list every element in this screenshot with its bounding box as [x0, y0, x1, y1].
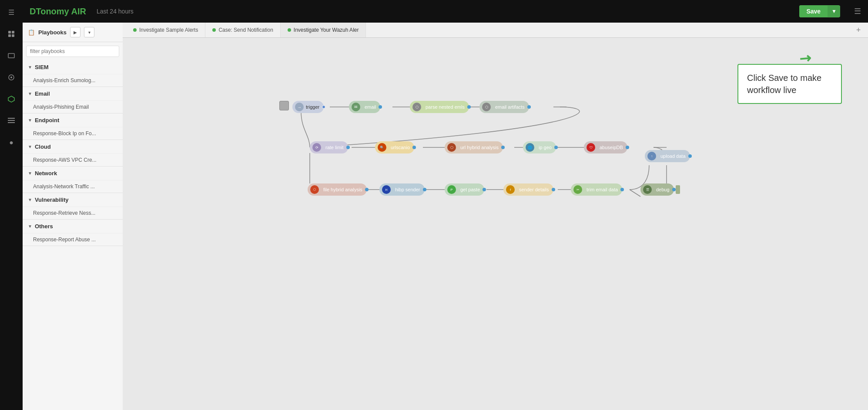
- chevron-icon: ▼: [28, 118, 32, 123]
- tab-investigate-sample[interactable]: Investigate Sample Alerts: [126, 23, 205, 37]
- category-header-network[interactable]: ▼ Network: [23, 167, 123, 180]
- hamburger-icon[interactable]: ☰: [4, 5, 18, 19]
- list-item[interactable]: Response-Block Ip on Fo...: [23, 127, 123, 140]
- svg-rect-2: [8, 34, 11, 37]
- node-trigger[interactable]: → trigger: [292, 101, 324, 113]
- tab-label: Investigate Sample Alerts: [139, 27, 198, 33]
- list-item[interactable]: Response-AWS VPC Cre...: [23, 153, 123, 166]
- category-header-email[interactable]: ▼ Email: [23, 87, 123, 100]
- svg-rect-10: [8, 122, 15, 123]
- save-dropdown-button[interactable]: ▼: [828, 6, 840, 17]
- svg-rect-4: [8, 53, 14, 58]
- node-parse-nested[interactable]: ⬡ parse nested emls: [410, 101, 469, 113]
- node-label: trim email data: [586, 187, 618, 192]
- node-upload-data[interactable]: ↑ upload data: [645, 150, 690, 162]
- node-ip-geo[interactable]: 🌐 ip geo: [523, 141, 556, 153]
- category-label-network: Network: [35, 170, 57, 177]
- node-port-right: [365, 188, 369, 191]
- tasks-icon[interactable]: [4, 114, 18, 128]
- category-header-others[interactable]: ▼ Others: [23, 220, 123, 233]
- category-header-siem[interactable]: ▼ SIEM: [23, 60, 123, 74]
- dashboard-icon[interactable]: [4, 27, 18, 41]
- node-port-right: [483, 188, 486, 191]
- node-label: rate limit: [325, 145, 344, 150]
- ipgeo-icon: 🌐: [526, 143, 534, 152]
- node-url-hybrid[interactable]: ⬡ url hybrid analysis: [445, 141, 503, 153]
- chevron-icon: ▼: [28, 144, 32, 149]
- list-item[interactable]: Analysis-Enrich Sumolog...: [23, 74, 123, 87]
- node-label: get paste: [460, 187, 480, 192]
- node-port-right: [554, 146, 558, 149]
- playbooks-sidebar: 📋 Playbooks ▶ ▾ ▼ SIEM Analysis-Enrich S…: [23, 23, 123, 410]
- start-block: [279, 101, 289, 110]
- tab-case-notification[interactable]: Case: Send Notification: [205, 23, 280, 37]
- filehybrid-icon: ⬡: [310, 185, 319, 194]
- node-label: email: [365, 104, 376, 110]
- urlhybrid-icon: ⬡: [447, 143, 456, 152]
- list-item[interactable]: Analysis-Phishing Email: [23, 100, 123, 113]
- category-label-endpoint: Endpoint: [35, 117, 59, 123]
- tabs-bar: Investigate Sample Alerts Case: Send Not…: [123, 23, 868, 38]
- node-get-paste[interactable]: P get paste: [445, 183, 484, 196]
- playbooks-header: 📋 Playbooks ▶ ▾: [23, 23, 123, 42]
- node-email[interactable]: ✉ email: [349, 101, 380, 113]
- node-abuseipdb[interactable]: 🛡 abuseipDB: [584, 141, 627, 153]
- category-header-cloud[interactable]: ▼ Cloud: [23, 140, 123, 153]
- node-port-right: [688, 154, 692, 158]
- node-urlscanio[interactable]: 🔍 urlscanio: [375, 141, 414, 153]
- more-button[interactable]: ▾: [84, 27, 94, 37]
- node-email-artifacts[interactable]: ⬡ email artifacts: [479, 101, 529, 113]
- filter-input[interactable]: [26, 46, 119, 57]
- category-label-cloud: Cloud: [35, 143, 51, 150]
- node-label: email artifacts: [495, 104, 525, 110]
- category-header-endpoint[interactable]: ▼ Endpoint: [23, 113, 123, 127]
- urlscanio-icon: 🔍: [378, 143, 386, 152]
- overflow-menu-icon[interactable]: ☰: [854, 7, 861, 16]
- category-header-vulnerability[interactable]: ▼ Vulnerability: [23, 193, 123, 207]
- node-port-right: [501, 146, 505, 149]
- node-label: hibp sender: [395, 187, 420, 192]
- category-label-others: Others: [35, 223, 53, 230]
- node-sender-details[interactable]: f sender details: [503, 183, 553, 196]
- category-others: ▼ Others Response-Report Abuse ...: [23, 220, 123, 246]
- workflows-icon[interactable]: [4, 92, 18, 106]
- tab-wazuh[interactable]: Investigate Your Wazuh Aler: [281, 23, 366, 37]
- node-port-right: [322, 105, 325, 109]
- play-button[interactable]: ▶: [70, 27, 80, 37]
- workflow-canvas[interactable]: ↗ Click Save to make workflow live: [123, 38, 868, 410]
- list-item[interactable]: Analysis-Network Traffic ...: [23, 180, 123, 193]
- node-debug[interactable]: ☰ debug: [640, 183, 674, 196]
- node-label: url hybrid analysis: [460, 145, 499, 150]
- svg-marker-7: [8, 96, 14, 102]
- node-trim-email[interactable]: ✂ trim email data: [571, 183, 622, 196]
- node-hibp-sender[interactable]: H hibp sender: [379, 183, 425, 196]
- node-file-hybrid[interactable]: ⬡ file hybrid analysis: [308, 183, 367, 196]
- cases-icon[interactable]: [4, 49, 18, 63]
- save-tooltip-text: Click Save to make workflow live: [747, 73, 821, 95]
- save-tooltip: Click Save to make workflow live: [737, 64, 842, 104]
- abuseipdb-icon: 🛡: [586, 143, 595, 152]
- node-port-right: [552, 188, 555, 191]
- save-button[interactable]: Save: [799, 5, 828, 17]
- hibp-icon: H: [382, 185, 391, 194]
- category-label-email: Email: [35, 90, 50, 97]
- node-port-right: [626, 146, 629, 149]
- save-button-group: Save ▼: [799, 5, 840, 17]
- node-rate-limit[interactable]: ⟳ rate limit: [310, 141, 348, 153]
- getpaste-icon: P: [447, 185, 456, 194]
- node-port-right: [423, 188, 426, 191]
- node-port-right: [527, 105, 531, 109]
- node-label: abuseipDB: [600, 145, 623, 150]
- list-item[interactable]: Response-Report Abuse ...: [23, 233, 123, 246]
- parse-icon: ⬡: [412, 103, 421, 111]
- alerts-icon[interactable]: [4, 70, 18, 84]
- category-network: ▼ Network Analysis-Network Traffic ...: [23, 167, 123, 193]
- chevron-icon: ▼: [28, 65, 32, 70]
- list-item[interactable]: Response-Retrieve Ness...: [23, 207, 123, 219]
- add-tab-button[interactable]: +: [852, 24, 865, 36]
- category-email: ▼ Email Analysis-Phishing Email: [23, 87, 123, 113]
- email-icon: ✉: [352, 103, 360, 111]
- chevron-icon: ▼: [28, 171, 32, 176]
- dot-icon[interactable]: ●: [4, 136, 18, 150]
- category-endpoint: ▼ Endpoint Response-Block Ip on Fo...: [23, 113, 123, 140]
